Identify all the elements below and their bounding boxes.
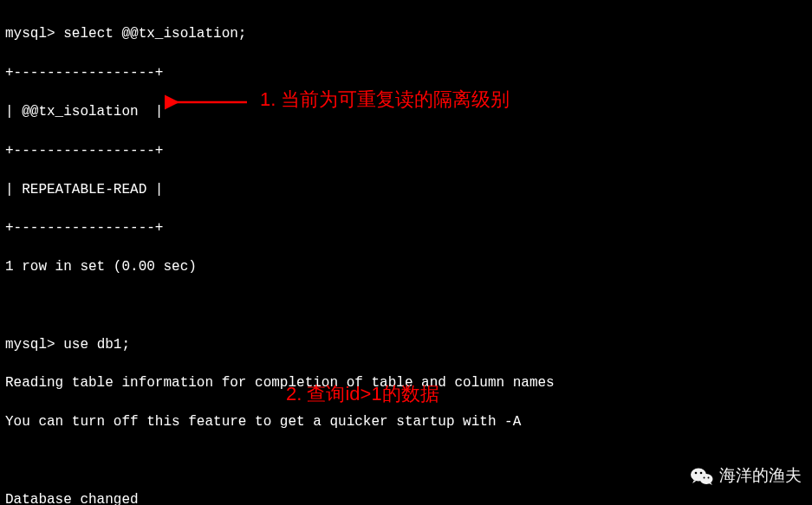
svg-point-3 — [700, 474, 713, 484]
svg-point-6 — [704, 476, 705, 478]
wechat-icon — [690, 466, 714, 487]
svg-point-7 — [708, 476, 710, 478]
terminal-output: mysql> select @@tx_isolation; +---------… — [5, 5, 807, 505]
table-row: | REPEATABLE-READ | — [5, 180, 807, 199]
svg-point-5 — [700, 471, 703, 474]
info-message: Database changed — [5, 490, 807, 505]
watermark: 海洋的渔夫 — [690, 464, 802, 488]
annotation-note-2: 2. 查询id>1的数据 — [286, 381, 439, 408]
annotation-arrow-icon — [165, 94, 251, 111]
info-message: You can turn off this feature to get a q… — [5, 412, 807, 431]
annotation-note-1: 1. 当前为可重复读的隔离级别 — [260, 87, 510, 113]
sql-command: select @@tx_isolation; — [63, 26, 246, 42]
sql-command: use db1; — [63, 337, 130, 353]
mysql-prompt: mysql> — [5, 26, 55, 42]
table-border: +-----------------+ — [5, 63, 807, 82]
table-border: +-----------------+ — [5, 141, 807, 160]
watermark-text: 海洋的渔夫 — [719, 464, 802, 488]
table-border: +-----------------+ — [5, 218, 807, 237]
svg-point-4 — [695, 471, 698, 474]
query-result: 1 row in set (0.00 sec) — [5, 257, 807, 276]
mysql-prompt: mysql> — [5, 337, 55, 353]
